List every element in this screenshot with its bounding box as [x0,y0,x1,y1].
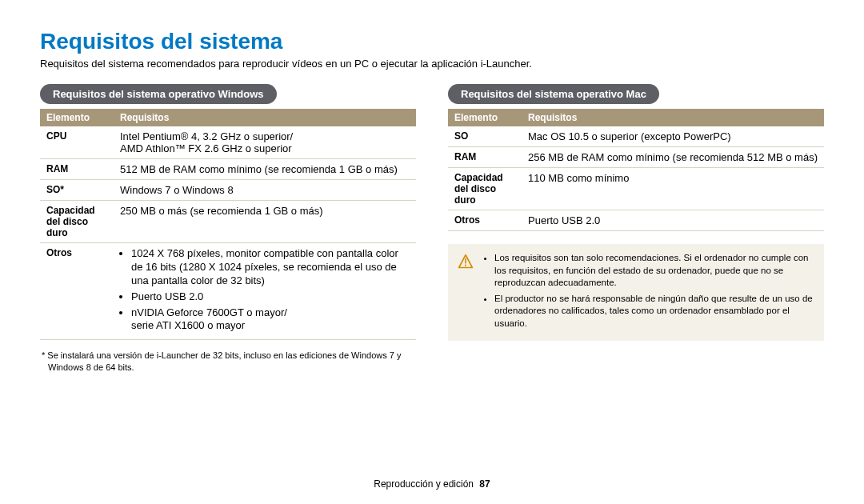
note-box: Los requisitos son tan solo recomendacio… [448,244,824,341]
row-value: Windows 7 o Windows 8 [114,180,416,201]
table-row: Otros Puerto USB 2.0 [448,210,824,231]
row-value: Puerto USB 2.0 [522,210,824,231]
row-label: SO* [40,180,114,201]
row-value: 110 MB como mínimo [522,168,824,210]
row-value: 250 MB o más (se recomienda 1 GB o más) [114,201,416,243]
row-value: Mac OS 10.5 o superior (excepto PowerPC) [522,126,824,147]
col-header-element: Elemento [40,109,114,126]
col-header-element: Elemento [448,109,522,126]
row-label: Otros [448,210,522,231]
row-value: Intel Pentium® 4, 3.2 GHz o superior/ AM… [114,126,416,159]
row-label: CPU [40,126,114,159]
row-label: SO [448,126,522,147]
table-row: RAM 512 MB de RAM como mínimo (se recomi… [40,159,416,180]
col-header-reqs: Requisitos [114,109,416,126]
note-item: Los requisitos son tan solo recomendacio… [494,252,813,290]
table-row: RAM 256 MB de RAM como mínimo (se recomi… [448,147,824,168]
table-row: SO Mac OS 10.5 o superior (excepto Power… [448,126,824,147]
page-footer: Reproducción y edición 87 [0,478,864,490]
intro-text: Requisitos del sistema recomendados para… [40,58,824,70]
list-item: Puerto USB 2.0 [131,290,410,304]
row-value: 1024 X 768 píxeles, monitor compatible c… [114,243,416,340]
table-row: Otros 1024 X 768 píxeles, monitor compat… [40,243,416,340]
row-label: Capacidad del disco duro [448,168,522,210]
list-item: nVIDIA Geforce 7600GT o mayor/ serie ATI… [131,306,410,334]
note-item: El productor no se hará responsable de n… [494,293,813,330]
row-value: 256 MB de RAM como mínimo (se recomienda… [522,147,824,168]
row-label: Capacidad del disco duro [40,201,114,243]
windows-table: Elemento Requisitos CPU Intel Pentium® 4… [40,109,416,340]
text: Intel Pentium® 4, 3.2 GHz o superior/ [120,130,293,142]
footer-section: Reproducción y edición [374,478,474,490]
svg-point-2 [465,265,466,266]
text: AMD Athlon™ FX 2.6 GHz o superior [120,142,292,154]
col-header-reqs: Requisitos [522,109,824,126]
row-value: 512 MB de RAM como mínimo (se recomienda… [114,159,416,180]
page-title: Requisitos del sistema [40,29,824,54]
table-row: SO* Windows 7 o Windows 8 [40,180,416,201]
row-label: RAM [40,159,114,180]
page-number: 87 [479,478,490,490]
windows-footnote: * Se instalará una versión de i-Launcher… [40,350,416,374]
table-row: Capacidad del disco duro 110 MB como mín… [448,168,824,210]
row-label: Otros [40,243,114,340]
text: serie ATI X1600 o mayor [131,319,410,333]
text: nVIDIA Geforce 7600GT o mayor/ [131,306,287,318]
warning-icon [458,254,474,333]
table-row: CPU Intel Pentium® 4, 3.2 GHz o superior… [40,126,416,159]
mac-heading: Requisitos del sistema operativo Mac [448,84,659,104]
mac-table: Elemento Requisitos SO Mac OS 10.5 o sup… [448,109,824,231]
row-label: RAM [448,147,522,168]
table-row: Capacidad del disco duro 250 MB o más (s… [40,201,416,243]
list-item: 1024 X 768 píxeles, monitor compatible c… [131,247,410,288]
windows-heading: Requisitos del sistema operativo Windows [40,84,277,104]
